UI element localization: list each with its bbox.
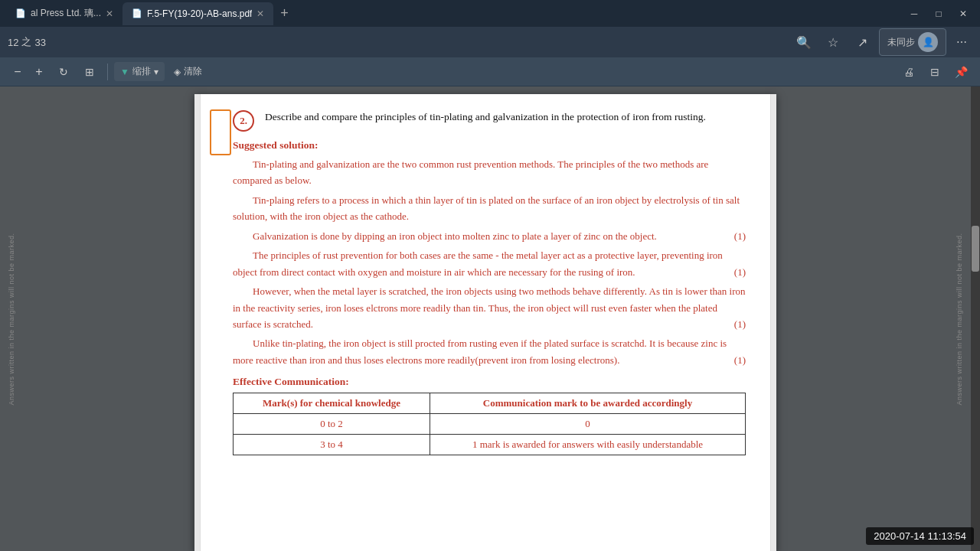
tab2-title: F.5-FY(19-20)-AB-ans.pdf: [147, 8, 252, 19]
maximize-button[interactable]: □: [928, 6, 949, 21]
avatar: 👤: [918, 32, 938, 52]
fit-button[interactable]: ⊞: [78, 61, 101, 83]
more-button[interactable]: ⋯: [951, 31, 972, 53]
tab-area: 📄 al Press Ltd. 璃... ✕ 📄 F.5-FY(19-20)-A…: [6, 0, 903, 27]
sync-button[interactable]: 未同步 👤: [879, 28, 946, 56]
scrollbar-thumb[interactable]: [972, 226, 979, 272]
close-button[interactable]: ✕: [952, 6, 974, 21]
bookmark-button[interactable]: ☆: [821, 30, 845, 54]
tab-1[interactable]: 📄 al Press Ltd. 璃... ✕: [6, 2, 122, 25]
share-button[interactable]: ↗: [850, 30, 874, 54]
main-area: Answers written in the margins will not …: [0, 86, 980, 551]
page-border-right: [770, 94, 776, 551]
tab2-favicon: 📄: [132, 8, 142, 18]
answer-paragraph-4: The principles of rust prevention for bo…: [233, 247, 746, 280]
mark-4: (1): [714, 264, 746, 280]
table-cell-1-1: 0 to 2: [234, 414, 430, 435]
sync-label: 未同步: [887, 36, 915, 49]
question-box: [210, 109, 231, 155]
pdf-page: 2. Describe and compare the principles o…: [194, 94, 776, 551]
page-border-left: [194, 94, 201, 551]
zoom-out-button[interactable]: −: [8, 62, 28, 82]
left-margin-text: Answers written in the margins will not …: [8, 233, 15, 405]
filter-icon: ▼: [120, 67, 129, 77]
table-header-1: Mark(s) for chemical knowledge: [234, 393, 430, 414]
question-header: 2. Describe and compare the principles o…: [233, 109, 746, 132]
main-toolbar: 12 之 33 🔍 ☆ ↗ 未同步 👤 ⋯: [0, 27, 980, 57]
tab-2[interactable]: 📄 F.5-FY(19-20)-AB-ans.pdf ✕: [122, 2, 273, 25]
right-margin-area: Answers written in the margins will not …: [948, 86, 971, 551]
page-total: 33: [34, 37, 45, 48]
search-button[interactable]: 🔍: [792, 30, 816, 54]
new-tab-button[interactable]: +: [273, 3, 295, 24]
page-info: 12 之 33: [8, 35, 69, 49]
layout-button[interactable]: ⊟: [923, 61, 946, 83]
annotate-label: 缩排: [132, 65, 151, 78]
tab2-close[interactable]: ✕: [256, 8, 264, 19]
tab1-title: al Press Ltd. 璃...: [31, 7, 101, 20]
answer-paragraph-1: Tin-plating and galvanization are the tw…: [233, 156, 746, 189]
page-separator: 之: [21, 35, 31, 49]
pin-button[interactable]: 📌: [949, 61, 972, 83]
mark-3: (1): [714, 228, 746, 244]
tab1-close[interactable]: ✕: [106, 8, 113, 19]
table-cell-2-2: 1 mark is awarded for answers with easil…: [430, 435, 746, 455]
scrollbar[interactable]: [971, 86, 980, 551]
mark-6: (1): [714, 352, 746, 368]
clear-label: 清除: [184, 65, 202, 78]
titlebar: 📄 al Press Ltd. 璃... ✕ 📄 F.5-FY(19-20)-A…: [0, 0, 980, 27]
answer-paragraph-3: Galvanization is done by dipping an iron…: [233, 228, 746, 244]
right-margin-text: Answers written in the margins will not …: [956, 233, 963, 405]
communication-table: Mark(s) for chemical knowledge Communica…: [233, 393, 746, 455]
table-section: Effective Communication: Mark(s) for che…: [233, 376, 746, 455]
question-number: 2.: [233, 110, 254, 132]
clear-icon: ◈: [174, 67, 181, 77]
suggested-label: Suggested solution:: [233, 139, 746, 152]
table-row: 0 to 2 0: [234, 414, 746, 435]
table-cell-1-2: 0: [430, 414, 746, 435]
rotate-button[interactable]: ↻: [52, 61, 75, 83]
window-controls: ─ □ ✕: [903, 6, 974, 21]
annotate-chevron: ▾: [154, 67, 158, 77]
left-margin-area: Answers written in the margins will not …: [0, 86, 23, 551]
table-cell-2-1: 3 to 4: [234, 435, 430, 455]
effective-comm-label: Effective Communication:: [233, 376, 746, 388]
table-header-row: Mark(s) for chemical knowledge Communica…: [234, 393, 746, 414]
clear-button[interactable]: ◈ 清除: [168, 62, 208, 81]
zoom-in-button[interactable]: +: [29, 62, 49, 82]
mark-5: (1): [714, 316, 746, 332]
print-button[interactable]: 🖨: [897, 61, 920, 83]
zoom-controls: − +: [8, 62, 49, 82]
content-area: 2. Describe and compare the principles o…: [233, 109, 746, 455]
page-current: 12: [8, 37, 18, 48]
secondary-toolbar: − + ↻ ⊞ ▼ 缩排 ▾ ◈ 清除 🖨 ⊟ 📌: [0, 57, 980, 86]
tab1-favicon: 📄: [15, 8, 26, 18]
table-row: 3 to 4 1 mark is awarded for answers wit…: [234, 435, 746, 455]
minimize-button[interactable]: ─: [903, 6, 925, 21]
question-text: Describe and compare the principles of t…: [265, 109, 706, 125]
answer-paragraph-6: Unlike tin-plating, the iron object is s…: [233, 335, 746, 368]
timestamp: 2020-07-14 11:13:54: [866, 527, 974, 545]
answer-paragraph-2: Tin-plaing refers to a process in which …: [233, 192, 746, 225]
answer-paragraph-5: However, when the metal layer is scratch…: [233, 283, 746, 332]
table-header-2: Communication mark to be awarded accordi…: [430, 393, 746, 414]
pdf-container: 2. Describe and compare the principles o…: [23, 86, 948, 551]
toolbar-divider: [107, 64, 108, 80]
annotate-button[interactable]: ▼ 缩排 ▾: [114, 62, 165, 81]
